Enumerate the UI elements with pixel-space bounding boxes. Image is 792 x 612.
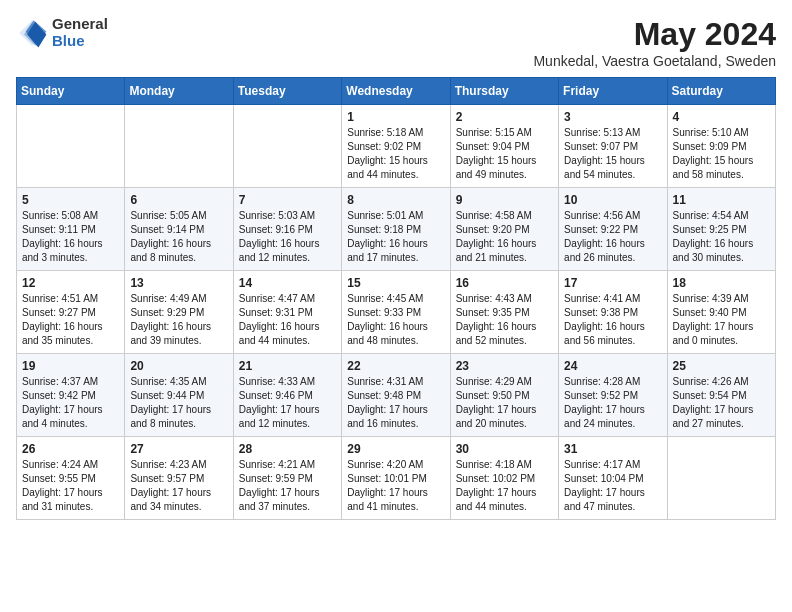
day-info: Sunrise: 4:43 AM Sunset: 9:35 PM Dayligh…	[456, 292, 553, 348]
day-number: 9	[456, 193, 553, 207]
day-info: Sunrise: 5:10 AM Sunset: 9:09 PM Dayligh…	[673, 126, 770, 182]
sunrise-text: Sunrise: 4:23 AM	[130, 459, 206, 470]
header-sunday: Sunday	[17, 78, 125, 105]
sunset-text: Sunset: 9:31 PM	[239, 307, 313, 318]
day-number: 19	[22, 359, 119, 373]
sunset-text: Sunset: 9:54 PM	[673, 390, 747, 401]
day-info: Sunrise: 5:18 AM Sunset: 9:02 PM Dayligh…	[347, 126, 444, 182]
daylight-text: Daylight: 16 hours and 44 minutes.	[239, 321, 320, 346]
sunset-text: Sunset: 9:29 PM	[130, 307, 204, 318]
daylight-text: Daylight: 16 hours and 12 minutes.	[239, 238, 320, 263]
day-number: 4	[673, 110, 770, 124]
day-info: Sunrise: 5:15 AM Sunset: 9:04 PM Dayligh…	[456, 126, 553, 182]
day-number: 17	[564, 276, 661, 290]
day-info: Sunrise: 4:45 AM Sunset: 9:33 PM Dayligh…	[347, 292, 444, 348]
daylight-text: Daylight: 15 hours and 49 minutes.	[456, 155, 537, 180]
sunset-text: Sunset: 9:59 PM	[239, 473, 313, 484]
table-row	[125, 105, 233, 188]
day-number: 28	[239, 442, 336, 456]
day-info: Sunrise: 5:08 AM Sunset: 9:11 PM Dayligh…	[22, 209, 119, 265]
sunrise-text: Sunrise: 4:24 AM	[22, 459, 98, 470]
sunset-text: Sunset: 9:18 PM	[347, 224, 421, 235]
day-info: Sunrise: 4:31 AM Sunset: 9:48 PM Dayligh…	[347, 375, 444, 431]
day-info: Sunrise: 4:17 AM Sunset: 10:04 PM Daylig…	[564, 458, 661, 514]
day-number: 1	[347, 110, 444, 124]
header-saturday: Saturday	[667, 78, 775, 105]
page-header: General Blue May 2024 Munkedal, Vaestra …	[16, 16, 776, 69]
daylight-text: Daylight: 17 hours and 37 minutes.	[239, 487, 320, 512]
daylight-text: Daylight: 16 hours and 3 minutes.	[22, 238, 103, 263]
calendar-table: Sunday Monday Tuesday Wednesday Thursday…	[16, 77, 776, 520]
sunset-text: Sunset: 9:42 PM	[22, 390, 96, 401]
sunset-text: Sunset: 9:33 PM	[347, 307, 421, 318]
table-row	[667, 437, 775, 520]
sunrise-text: Sunrise: 4:21 AM	[239, 459, 315, 470]
header-tuesday: Tuesday	[233, 78, 341, 105]
sunset-text: Sunset: 9:02 PM	[347, 141, 421, 152]
day-number: 27	[130, 442, 227, 456]
table-row: 20 Sunrise: 4:35 AM Sunset: 9:44 PM Dayl…	[125, 354, 233, 437]
day-info: Sunrise: 4:21 AM Sunset: 9:59 PM Dayligh…	[239, 458, 336, 514]
logo-icon	[16, 17, 48, 49]
sunrise-text: Sunrise: 5:10 AM	[673, 127, 749, 138]
table-row	[233, 105, 341, 188]
day-info: Sunrise: 4:35 AM Sunset: 9:44 PM Dayligh…	[130, 375, 227, 431]
day-info: Sunrise: 4:26 AM Sunset: 9:54 PM Dayligh…	[673, 375, 770, 431]
sunrise-text: Sunrise: 4:26 AM	[673, 376, 749, 387]
table-row: 14 Sunrise: 4:47 AM Sunset: 9:31 PM Dayl…	[233, 271, 341, 354]
day-number: 29	[347, 442, 444, 456]
sunrise-text: Sunrise: 4:37 AM	[22, 376, 98, 387]
sunset-text: Sunset: 10:02 PM	[456, 473, 536, 484]
daylight-text: Daylight: 17 hours and 8 minutes.	[130, 404, 211, 429]
day-info: Sunrise: 4:24 AM Sunset: 9:55 PM Dayligh…	[22, 458, 119, 514]
daylight-text: Daylight: 16 hours and 39 minutes.	[130, 321, 211, 346]
sunrise-text: Sunrise: 5:13 AM	[564, 127, 640, 138]
daylight-text: Daylight: 17 hours and 16 minutes.	[347, 404, 428, 429]
daylight-text: Daylight: 16 hours and 35 minutes.	[22, 321, 103, 346]
daylight-text: Daylight: 17 hours and 20 minutes.	[456, 404, 537, 429]
table-row: 12 Sunrise: 4:51 AM Sunset: 9:27 PM Dayl…	[17, 271, 125, 354]
table-row: 13 Sunrise: 4:49 AM Sunset: 9:29 PM Dayl…	[125, 271, 233, 354]
calendar-week-row: 12 Sunrise: 4:51 AM Sunset: 9:27 PM Dayl…	[17, 271, 776, 354]
sunset-text: Sunset: 9:57 PM	[130, 473, 204, 484]
sunrise-text: Sunrise: 5:03 AM	[239, 210, 315, 221]
daylight-text: Daylight: 16 hours and 21 minutes.	[456, 238, 537, 263]
sunrise-text: Sunrise: 5:18 AM	[347, 127, 423, 138]
day-number: 12	[22, 276, 119, 290]
daylight-text: Daylight: 16 hours and 52 minutes.	[456, 321, 537, 346]
title-block: May 2024 Munkedal, Vaestra Goetaland, Sw…	[533, 16, 776, 69]
sunset-text: Sunset: 10:04 PM	[564, 473, 644, 484]
daylight-text: Daylight: 15 hours and 54 minutes.	[564, 155, 645, 180]
sunrise-text: Sunrise: 4:29 AM	[456, 376, 532, 387]
day-info: Sunrise: 4:54 AM Sunset: 9:25 PM Dayligh…	[673, 209, 770, 265]
sunrise-text: Sunrise: 4:20 AM	[347, 459, 423, 470]
day-info: Sunrise: 4:18 AM Sunset: 10:02 PM Daylig…	[456, 458, 553, 514]
day-number: 23	[456, 359, 553, 373]
sunrise-text: Sunrise: 4:41 AM	[564, 293, 640, 304]
sunrise-text: Sunrise: 4:33 AM	[239, 376, 315, 387]
calendar-week-row: 19 Sunrise: 4:37 AM Sunset: 9:42 PM Dayl…	[17, 354, 776, 437]
day-info: Sunrise: 4:20 AM Sunset: 10:01 PM Daylig…	[347, 458, 444, 514]
daylight-text: Daylight: 17 hours and 41 minutes.	[347, 487, 428, 512]
day-info: Sunrise: 4:51 AM Sunset: 9:27 PM Dayligh…	[22, 292, 119, 348]
day-number: 21	[239, 359, 336, 373]
daylight-text: Daylight: 16 hours and 30 minutes.	[673, 238, 754, 263]
header-thursday: Thursday	[450, 78, 558, 105]
table-row: 31 Sunrise: 4:17 AM Sunset: 10:04 PM Day…	[559, 437, 667, 520]
day-number: 16	[456, 276, 553, 290]
day-number: 31	[564, 442, 661, 456]
sunrise-text: Sunrise: 4:39 AM	[673, 293, 749, 304]
table-row: 6 Sunrise: 5:05 AM Sunset: 9:14 PM Dayli…	[125, 188, 233, 271]
table-row: 16 Sunrise: 4:43 AM Sunset: 9:35 PM Dayl…	[450, 271, 558, 354]
table-row: 21 Sunrise: 4:33 AM Sunset: 9:46 PM Dayl…	[233, 354, 341, 437]
day-number: 3	[564, 110, 661, 124]
day-number: 6	[130, 193, 227, 207]
day-number: 14	[239, 276, 336, 290]
day-info: Sunrise: 4:28 AM Sunset: 9:52 PM Dayligh…	[564, 375, 661, 431]
day-info: Sunrise: 4:39 AM Sunset: 9:40 PM Dayligh…	[673, 292, 770, 348]
table-row: 2 Sunrise: 5:15 AM Sunset: 9:04 PM Dayli…	[450, 105, 558, 188]
day-number: 2	[456, 110, 553, 124]
sunrise-text: Sunrise: 4:49 AM	[130, 293, 206, 304]
table-row: 24 Sunrise: 4:28 AM Sunset: 9:52 PM Dayl…	[559, 354, 667, 437]
daylight-text: Daylight: 17 hours and 12 minutes.	[239, 404, 320, 429]
